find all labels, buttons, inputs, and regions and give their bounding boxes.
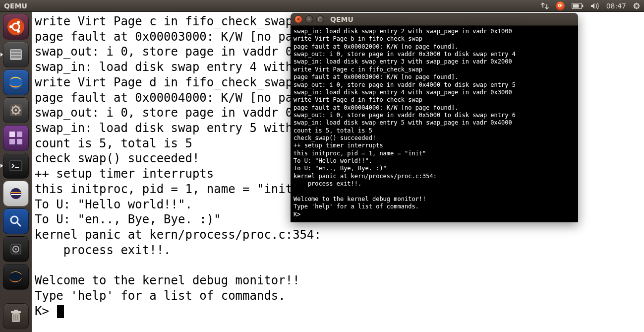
menubar: QEMU ⟳ 08:47 <box>0 0 644 12</box>
battery-icon[interactable] <box>572 3 584 9</box>
svg-point-16 <box>15 109 17 112</box>
firefox-icon <box>7 74 24 91</box>
qemu-back-prompt[interactable]: K> <box>35 304 56 318</box>
files-icon <box>7 46 24 63</box>
launcher-firefox-dev[interactable] <box>3 264 29 290</box>
svg-rect-21 <box>10 161 22 171</box>
launcher-dejadup[interactable] <box>3 236 29 262</box>
running-pip-icon <box>0 164 3 168</box>
svg-rect-34 <box>13 315 14 321</box>
running-pip-icon <box>0 53 3 57</box>
settings-icon <box>8 102 24 118</box>
svg-rect-12 <box>11 56 21 58</box>
window-close-button[interactable]: ✕ <box>294 15 302 23</box>
eclipse-icon <box>8 186 23 201</box>
clock[interactable]: 08:47 <box>606 2 626 10</box>
svg-rect-36 <box>17 315 18 321</box>
svg-rect-22 <box>15 167 19 168</box>
window-title: QEMU <box>330 15 353 23</box>
svg-rect-35 <box>15 315 16 321</box>
titlebar[interactable]: ✕ – ▢ QEMU <box>291 13 578 26</box>
radiance-icon: ⟳ <box>556 1 565 10</box>
window-maximize-button[interactable]: ▢ <box>316 15 324 23</box>
svg-rect-33 <box>14 310 18 311</box>
svg-rect-19 <box>9 139 15 144</box>
svg-rect-25 <box>11 194 21 195</box>
network-icon[interactable] <box>541 2 549 9</box>
svg-rect-2 <box>573 4 579 7</box>
window-minimize-button[interactable]: – <box>305 15 313 23</box>
launcher-workspace[interactable] <box>3 125 29 151</box>
ubuntu-icon <box>7 18 25 36</box>
workspace-icon <box>8 131 23 145</box>
cursor-icon <box>57 305 64 318</box>
sound-icon[interactable] <box>590 2 599 9</box>
menubar-appname: QEMU <box>4 2 27 10</box>
svg-point-7 <box>17 21 20 24</box>
svg-point-6 <box>9 25 12 28</box>
launcher-magnifier[interactable] <box>3 208 29 234</box>
svg-rect-11 <box>11 53 21 55</box>
svg-point-29 <box>15 248 17 250</box>
qemu-front-output: swap_in: load disk swap entry 2 with swa… <box>291 26 578 222</box>
svg-rect-24 <box>11 192 21 193</box>
launcher-terminal[interactable] <box>3 153 29 179</box>
magnifier-icon <box>8 214 23 229</box>
terminal-icon <box>8 158 23 173</box>
trash-icon <box>9 309 22 323</box>
launcher-firefox[interactable] <box>3 69 29 95</box>
svg-rect-32 <box>11 311 21 313</box>
session-icon[interactable] <box>633 2 640 9</box>
launcher-files[interactable] <box>3 42 29 67</box>
launcher-dash[interactable] <box>3 14 29 40</box>
launcher-trash[interactable] <box>3 303 29 329</box>
svg-point-23 <box>10 188 21 199</box>
svg-rect-1 <box>582 4 583 7</box>
svg-rect-20 <box>17 139 22 144</box>
svg-point-8 <box>17 30 20 33</box>
indicator-badge[interactable]: ⟳ <box>556 1 565 10</box>
firefox-orange-icon <box>8 269 24 285</box>
unity-launcher <box>0 12 32 332</box>
qemu-window-front[interactable]: ✕ – ▢ QEMU swap_in: load disk swap entry… <box>291 13 578 222</box>
svg-rect-10 <box>11 50 21 52</box>
safe-icon <box>8 242 23 257</box>
svg-rect-17 <box>9 132 15 137</box>
launcher-eclipse[interactable] <box>3 181 29 206</box>
svg-rect-18 <box>17 132 22 137</box>
launcher-settings[interactable] <box>3 97 29 123</box>
